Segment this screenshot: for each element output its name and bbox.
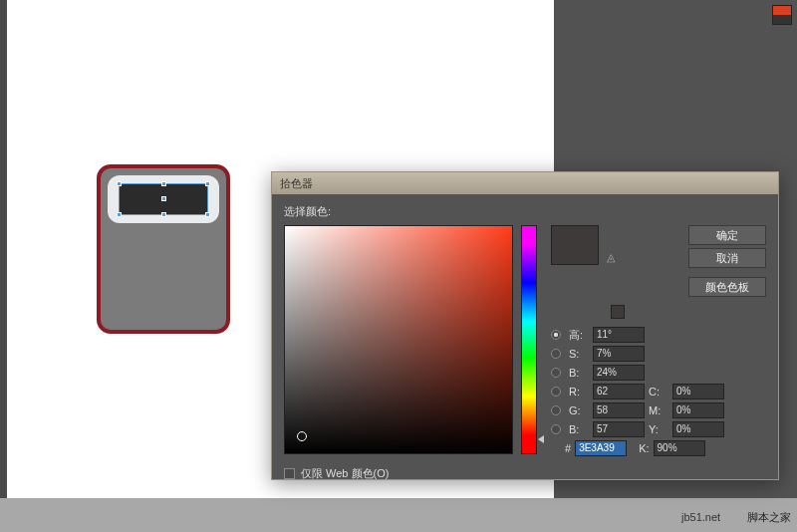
- ok-button[interactable]: 确定: [688, 225, 766, 245]
- y-input[interactable]: 0%: [672, 421, 724, 437]
- swatches-button[interactable]: 颜色色板: [688, 277, 766, 297]
- r-label: R:: [569, 386, 589, 398]
- artboard-rounded-rect[interactable]: [97, 164, 230, 334]
- radio-s[interactable]: [551, 349, 561, 359]
- hue-pointer[interactable]: [538, 435, 544, 443]
- center-handle[interactable]: [161, 196, 166, 201]
- saturation-value-field[interactable]: [284, 225, 513, 454]
- b-label: B:: [569, 367, 589, 379]
- h-label: 高:: [569, 328, 589, 343]
- hex-input[interactable]: 3E3A39: [575, 440, 627, 456]
- footer-watermark: jb51.net 脚本之家: [681, 508, 791, 526]
- left-panel-edge: [0, 0, 7, 498]
- cube-icon[interactable]: ◬: [607, 251, 619, 263]
- k-input[interactable]: 90%: [654, 440, 705, 456]
- m-label: M:: [649, 404, 668, 416]
- dialog-titlebar[interactable]: 拾色器: [272, 172, 778, 194]
- radio-h[interactable]: [551, 330, 561, 340]
- resize-handle[interactable]: [205, 181, 210, 186]
- select-color-label: 选择颜色:: [284, 204, 766, 219]
- g-label: G:: [569, 404, 589, 416]
- radio-r[interactable]: [551, 387, 561, 397]
- g-input[interactable]: 58: [593, 402, 645, 418]
- c-label: C:: [649, 386, 668, 398]
- bb-label: B:: [569, 423, 589, 435]
- y-label: Y:: [649, 423, 668, 435]
- bottom-bar: [0, 498, 797, 532]
- b-input[interactable]: 24%: [593, 365, 645, 381]
- selected-inner-rect[interactable]: [119, 183, 208, 215]
- toolbar-color-swatch[interactable]: [772, 5, 792, 25]
- color-picker-dialog: 拾色器 选择颜色: ◬ 确定 取消 颜色色板: [271, 171, 779, 480]
- s-label: S:: [569, 348, 589, 360]
- bb-input[interactable]: 57: [593, 421, 645, 437]
- out-of-gamut-swatch[interactable]: [611, 305, 625, 319]
- m-input[interactable]: 0%: [672, 402, 724, 418]
- resize-handle[interactable]: [117, 181, 122, 186]
- radio-b[interactable]: [551, 368, 561, 378]
- resize-handle[interactable]: [117, 212, 122, 217]
- footer-text: 脚本之家: [747, 510, 791, 525]
- h-input[interactable]: 11°: [593, 327, 645, 343]
- color-preview[interactable]: [551, 225, 599, 265]
- resize-handle[interactable]: [161, 181, 166, 186]
- radio-g[interactable]: [551, 405, 561, 415]
- logo-icon: jb51.net: [681, 508, 741, 526]
- svg-text:jb51.net: jb51.net: [681, 511, 720, 523]
- r-input[interactable]: 62: [593, 384, 645, 399]
- hue-slider[interactable]: [521, 225, 537, 454]
- cancel-button[interactable]: 取消: [688, 248, 766, 268]
- hex-label: #: [565, 442, 571, 454]
- radio-bb[interactable]: [551, 424, 561, 434]
- s-input[interactable]: 7%: [593, 346, 645, 362]
- sv-cursor[interactable]: [297, 431, 307, 441]
- resize-handle[interactable]: [205, 212, 210, 217]
- k-label: K:: [639, 442, 649, 454]
- web-only-checkbox[interactable]: [284, 468, 295, 479]
- c-input[interactable]: 0%: [672, 384, 724, 399]
- pill-shape: [108, 175, 219, 223]
- web-only-label: 仅限 Web 颜色(O): [301, 466, 389, 481]
- resize-handle[interactable]: [161, 212, 166, 217]
